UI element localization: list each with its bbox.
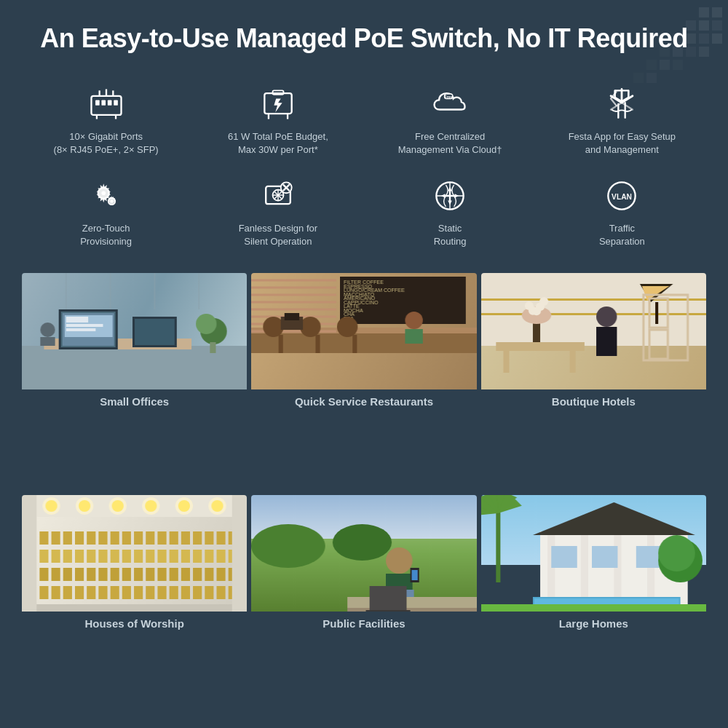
svg-marker-53 <box>448 201 452 205</box>
poe-icon <box>258 84 298 124</box>
restaurant-label: Quick Service Restaurants <box>251 389 476 411</box>
svg-marker-55 <box>441 194 446 198</box>
svg-rect-14 <box>660 60 670 70</box>
svg-rect-3 <box>699 20 709 31</box>
feature-vlan-label: TrafficSeparation <box>599 222 645 248</box>
cloud-icon: Free <box>430 84 470 124</box>
svg-text:VLAN: VLAN <box>612 193 632 201</box>
svg-rect-4 <box>712 20 722 31</box>
svg-text:Free: Free <box>444 94 453 98</box>
svg-rect-22 <box>114 100 118 105</box>
svg-rect-16 <box>633 73 644 83</box>
public-label: Public Facilities <box>251 612 476 633</box>
use-case-hotels: Boutique Hotels <box>481 273 706 491</box>
title-section: An Easy-to-Use Managed PoE Switch, No IT… <box>40 22 688 56</box>
svg-rect-8 <box>712 33 722 44</box>
svg-marker-52 <box>448 187 452 191</box>
use-cases-grid: Small Offices Quick Service Restaurants … <box>22 273 706 713</box>
use-case-small-offices: Small Offices <box>22 273 247 491</box>
feature-zero-touch-label: Zero-TouchProvisioning <box>80 222 132 248</box>
svg-rect-15 <box>673 60 683 70</box>
use-case-restaurants: Quick Service Restaurants <box>251 273 476 491</box>
svg-rect-19 <box>95 100 100 105</box>
feature-poe-label: 61 W Total PoE Budget,Max 30W per Port* <box>228 130 328 157</box>
worship-label: Houses of Worship <box>22 612 247 633</box>
svg-rect-1 <box>712 7 722 17</box>
feature-vlan: VLAN TrafficSeparation <box>538 170 706 254</box>
feature-gigabit-label: 10× Gigabit Ports(8× RJ45 PoE+, 2× SFP) <box>54 130 159 157</box>
svg-rect-13 <box>646 60 657 70</box>
feature-fanless-label: Fanless Design forSilent Operation <box>239 222 317 248</box>
svg-marker-54 <box>455 194 459 198</box>
main-container: An Easy-to-Use Managed PoE Switch, No IT… <box>0 0 728 728</box>
small-offices-image <box>22 273 247 389</box>
svg-rect-17 <box>646 73 657 83</box>
fanless-icon <box>258 175 298 216</box>
public-image <box>251 495 476 612</box>
feature-fanless: Fanless Design forSilent Operation <box>194 170 362 254</box>
feature-cloud-label: Free CentralizedManagement Via Cloud† <box>398 130 502 157</box>
svg-rect-20 <box>101 100 106 105</box>
feature-app-label: Festa App for Easy Setupand Management <box>569 130 676 157</box>
feature-static-routing: StaticRouting <box>366 170 534 254</box>
worship-image <box>22 495 247 612</box>
hotel-label: Boutique Hotels <box>481 389 706 411</box>
vlan-icon: VLAN <box>601 175 642 216</box>
ethernet-icon <box>86 84 127 124</box>
use-case-worship: Houses of Worship <box>22 495 247 713</box>
hotel-image <box>481 273 706 389</box>
homes-image <box>481 495 706 612</box>
restaurant-image <box>251 273 476 389</box>
svg-rect-12 <box>699 47 709 57</box>
feature-gigabit-ports: 10× Gigabit Ports(8× RJ45 PoE+, 2× SFP) <box>22 78 190 162</box>
page-title: An Easy-to-Use Managed PoE Switch, No IT… <box>40 22 688 56</box>
svg-rect-18 <box>91 96 121 115</box>
small-offices-label: Small Offices <box>22 389 247 411</box>
svg-rect-7 <box>699 33 709 44</box>
gear-icon <box>86 175 127 216</box>
feature-cloud: Free Free CentralizedManagement Via Clou… <box>366 78 534 162</box>
use-case-public: Public Facilities <box>251 495 476 713</box>
decorative-pattern <box>582 0 728 131</box>
svg-rect-0 <box>699 7 709 17</box>
feature-zero-touch: Zero-TouchProvisioning <box>22 170 190 254</box>
homes-label: Large Homes <box>481 612 706 633</box>
routing-icon <box>430 175 470 216</box>
svg-rect-21 <box>107 100 111 105</box>
use-case-homes: Large Homes <box>481 495 706 713</box>
feature-poe-budget: 61 W Total PoE Budget,Max 30W per Port* <box>194 78 362 162</box>
feature-routing-label: StaticRouting <box>434 222 467 248</box>
